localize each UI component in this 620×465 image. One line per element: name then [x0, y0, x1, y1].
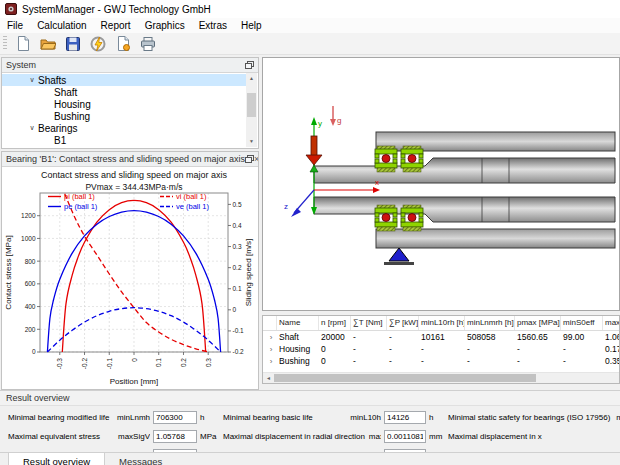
- table-cell: 508058: [465, 332, 515, 342]
- shaft-system-drawing: g y x z: [263, 58, 619, 308]
- menu-graphics[interactable]: Graphics: [138, 18, 192, 33]
- table-row[interactable]: ›Shaft20000--101615080581560.6599.001.06: [263, 331, 619, 343]
- result-value-input[interactable]: [153, 449, 197, 452]
- result-value-input[interactable]: [153, 411, 197, 424]
- row-name-cell: Shaft: [277, 332, 319, 342]
- table-cell: -: [351, 344, 387, 354]
- results-table-panel: Namen [rpm]∑T [Nm]∑P [kW]minL10rh [h]min…: [262, 315, 620, 384]
- result-param: minLnmh: [117, 413, 150, 422]
- column-header[interactable]: pmax [MPa]: [515, 316, 561, 330]
- system-panel-title: System: [6, 60, 36, 70]
- menu-report[interactable]: Report: [94, 18, 138, 33]
- expander-icon[interactable]: ∨: [26, 76, 38, 84]
- menu-extras[interactable]: Extras: [192, 18, 234, 33]
- x-axis-tick: 0: [131, 358, 138, 362]
- tree-item-label: B1: [54, 135, 66, 146]
- scroll-down-icon[interactable]: ▼: [246, 136, 257, 147]
- left-column: System ∨ShaftsShaftHousingBushing∨Bearin…: [0, 55, 259, 390]
- result-label-group: Maximal equivalent stressmaxSigV: [8, 432, 150, 441]
- column-header[interactable]: ∑T [Nm]: [351, 316, 387, 330]
- row-expander-icon[interactable]: ›: [263, 357, 277, 366]
- close-panel-icon[interactable]: ×: [254, 154, 259, 165]
- x-axis-tick: -0.3: [56, 358, 63, 370]
- row-expander-icon[interactable]: ›: [263, 345, 277, 354]
- table-cell: 0.17: [603, 344, 619, 354]
- table-cell: -: [419, 356, 465, 366]
- right-axis-tick: -0.1: [233, 327, 245, 334]
- new-document-button[interactable]: [12, 34, 34, 54]
- right-axis-tick: 0.3: [233, 243, 242, 250]
- calculate-button[interactable]: [87, 34, 109, 54]
- scrollbar-thumb[interactable]: [247, 93, 256, 116]
- tree-item-b1[interactable]: B1: [2, 134, 246, 146]
- float-panel-icon[interactable]: [244, 60, 255, 71]
- left-axis-tick: 0: [32, 348, 36, 355]
- left-axis-tick: 1200: [21, 212, 36, 219]
- x-axis-tick: 0.3: [205, 358, 212, 367]
- menu-help[interactable]: Help: [234, 18, 269, 33]
- right-axis-tick: -0.2: [233, 348, 245, 355]
- housing-bottom: [376, 229, 615, 248]
- report-button[interactable]: [112, 34, 134, 54]
- column-header[interactable]: minS0eff: [561, 316, 603, 330]
- result-value-input[interactable]: [384, 411, 426, 424]
- svg-text:z: z: [284, 202, 288, 211]
- scrollbar-thumb[interactable]: [274, 374, 536, 382]
- main-area: System ∨ShaftsShaftHousingBushing∨Bearin…: [0, 55, 620, 390]
- plot-area: [40, 193, 228, 352]
- table-row[interactable]: ›Bushing0------0.35: [263, 355, 619, 367]
- toolbar-grip[interactable]: [3, 36, 7, 51]
- float-panel-icon[interactable]: [245, 154, 254, 165]
- table-cell: -: [419, 344, 465, 354]
- tree-item-shaft[interactable]: Shaft: [2, 86, 246, 98]
- save-button[interactable]: [62, 34, 84, 54]
- legend-label-pe: pe (ball 1): [64, 202, 98, 211]
- expander-icon[interactable]: ∨: [26, 124, 38, 132]
- result-value-input[interactable]: [384, 430, 426, 443]
- tree-item-bearings[interactable]: ∨Bearings: [2, 122, 246, 134]
- left-axis-tick: 800: [25, 258, 36, 265]
- result-value-input[interactable]: [384, 449, 426, 452]
- result-param: maxSigV: [118, 432, 150, 441]
- left-axis-label: Contact stress [MPa]: [4, 235, 13, 309]
- tree-scrollbar[interactable]: ▲ ▼: [246, 73, 257, 147]
- menu-calculation[interactable]: Calculation: [30, 18, 93, 33]
- right-axis-label: Sliding speed [m/s]: [244, 239, 253, 307]
- column-header[interactable]: n [rpm]: [319, 316, 351, 330]
- result-unit: mm: [429, 432, 445, 441]
- result-overview-body: Minimal bearing modified lifeminLnmhhMin…: [0, 406, 620, 452]
- result-label-group: Maximal displacement in x: [448, 432, 620, 441]
- legend-label-pi: pi (ball 1): [64, 192, 95, 201]
- new-document-icon: [16, 36, 30, 51]
- tree-item-housing[interactable]: Housing: [2, 98, 246, 110]
- menu-file[interactable]: File: [0, 18, 30, 33]
- save-icon: [66, 37, 80, 51]
- tree-item-bushing[interactable]: Bushing: [2, 110, 246, 122]
- result-overview-header: Result overview: [0, 390, 620, 406]
- table-cell: -: [387, 332, 419, 342]
- tree-item-label: Bushing: [54, 111, 90, 122]
- table-hscrollbar[interactable]: ◄: [263, 372, 619, 383]
- row-name-cell: Housing: [277, 344, 319, 354]
- result-label-group: Minimal bearing modified lifeminLnmh: [8, 413, 150, 422]
- chart-panel: Bearing 'B1': Contact stress and sliding…: [1, 151, 259, 390]
- tab-messages[interactable]: Messages: [105, 453, 176, 465]
- result-value-input[interactable]: [153, 430, 197, 443]
- svg-text:y: y: [318, 119, 322, 128]
- scroll-up-icon[interactable]: ▲: [246, 73, 257, 84]
- result-unit: MPa: [200, 432, 220, 441]
- tree-item-shafts[interactable]: ∨Shafts: [2, 74, 246, 86]
- column-header[interactable]: minL10rh [h]: [419, 316, 465, 330]
- menu-bar: FileCalculationReportGraphicsExtrasHelp: [0, 18, 620, 33]
- tab-result-overview[interactable]: Result overview: [8, 453, 105, 465]
- open-file-button[interactable]: [37, 34, 59, 54]
- column-header[interactable]: maxSi: [603, 316, 619, 330]
- print-button[interactable]: [137, 34, 159, 54]
- column-header[interactable]: Name: [277, 316, 319, 330]
- row-expander-icon[interactable]: ›: [263, 333, 277, 342]
- scroll-left-icon[interactable]: ◄: [263, 373, 274, 383]
- column-header[interactable]: ∑P [kW]: [387, 316, 419, 330]
- table-row[interactable]: ›Housing0------0.17: [263, 343, 619, 355]
- column-header[interactable]: minLnmrh [h]: [465, 316, 515, 330]
- result-label: Maximal displacement in radial direction: [223, 432, 365, 441]
